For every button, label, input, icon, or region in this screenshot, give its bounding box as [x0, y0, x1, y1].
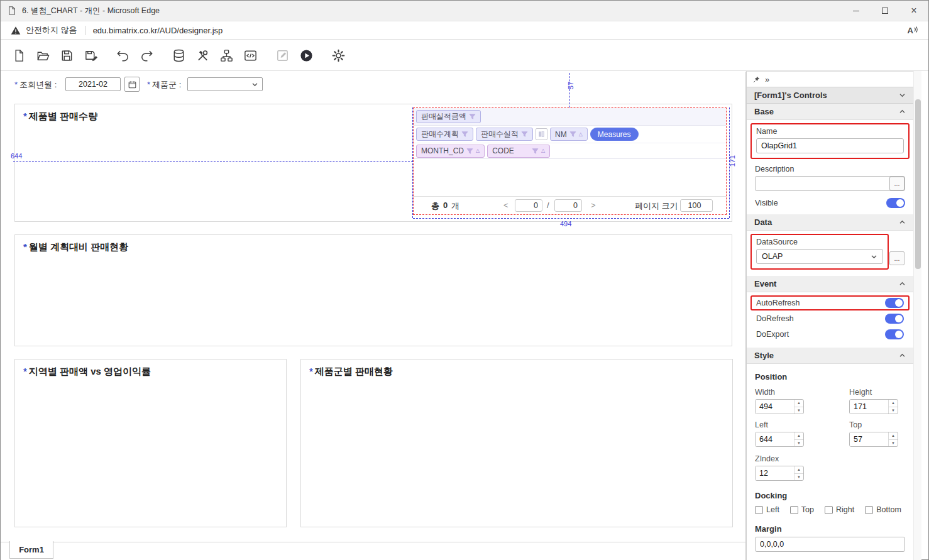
visible-toggle[interactable] [886, 198, 905, 208]
spinner-down-icon[interactable]: ▼ [794, 473, 803, 481]
spinner-up-icon[interactable]: ▲ [889, 432, 898, 439]
guide-line-bottom [413, 218, 729, 219]
section-style-body: Position Width Height ▲▼ ▲▼ Left Top ▲▼ [747, 364, 913, 558]
olapgrid-widget[interactable]: 판매실적금액 판매수계획 판매수실적 NM [413, 107, 727, 215]
autorefresh-toggle[interactable] [885, 298, 904, 308]
tab-form1[interactable]: Form1 [9, 541, 53, 559]
properties-scrollbar[interactable] [913, 71, 921, 560]
date-input[interactable] [65, 77, 121, 91]
datasource-value: OLAP [762, 252, 783, 261]
margin-input[interactable] [755, 537, 905, 552]
total-page-input[interactable] [554, 199, 582, 212]
spinner-up-icon[interactable]: ▲ [794, 400, 803, 407]
hierarchy-icon [219, 48, 234, 63]
save-as-button[interactable] [81, 46, 100, 65]
funnel-icon[interactable] [532, 148, 539, 155]
redo-button[interactable] [137, 46, 156, 65]
tab-strip-divider [1, 542, 745, 542]
section-event-header[interactable]: Event [747, 276, 913, 292]
column-pill[interactable]: 판매수계획 [416, 128, 473, 141]
dock-top-option[interactable]: Top [790, 505, 814, 514]
sort-icon[interactable]: △ [579, 132, 583, 137]
spinner-up-icon[interactable]: ▲ [794, 466, 803, 473]
pin-button[interactable] [752, 75, 761, 84]
prev-page-button[interactable]: < [503, 200, 508, 210]
spinner-up-icon[interactable]: ▲ [889, 400, 898, 407]
spinner-up-icon[interactable]: ▲ [794, 432, 803, 439]
funnel-icon[interactable] [521, 131, 528, 138]
spinner-down-icon[interactable]: ▼ [794, 439, 803, 447]
sort-icon[interactable]: △ [541, 148, 545, 153]
next-page-button[interactable]: > [591, 200, 596, 210]
spinner-down-icon[interactable]: ▼ [889, 439, 898, 447]
description-input[interactable] [755, 176, 905, 191]
edit-button[interactable] [273, 46, 292, 65]
maximize-button[interactable] [871, 1, 899, 21]
total-prefix: 총 [431, 200, 439, 212]
section-title: Style [754, 351, 774, 360]
funnel-icon[interactable] [469, 113, 476, 120]
chevron-up-icon [899, 109, 906, 114]
read-aloud-button[interactable]: A [908, 26, 918, 35]
doexport-toggle[interactable] [885, 329, 904, 339]
url-field[interactable]: edu.bimatrix.co.kr/AUD/designer.jsp [93, 26, 223, 35]
spinner-down-icon[interactable]: ▼ [794, 407, 803, 414]
datasource-button[interactable] [169, 46, 188, 65]
funnel-icon[interactable] [466, 148, 473, 155]
sort-icon[interactable]: △ [476, 148, 480, 153]
zindex-input[interactable] [756, 466, 794, 480]
dock-right-option[interactable]: Right [825, 505, 854, 514]
section-style-header[interactable]: Style [747, 348, 913, 364]
dock-bottom-option[interactable]: Bottom [865, 505, 901, 514]
datasource-select[interactable]: OLAP [756, 249, 883, 264]
pivot-swap-button[interactable] [536, 128, 547, 140]
minimize-button[interactable] [842, 1, 871, 21]
undo-button[interactable] [113, 46, 132, 65]
dock-left-option[interactable]: Left [755, 505, 779, 514]
tools-icon [195, 48, 210, 63]
run-button[interactable] [297, 46, 316, 65]
code-button[interactable] [241, 46, 260, 65]
open-button[interactable] [33, 46, 52, 65]
page-size-label: 페이지 크기 [635, 200, 678, 212]
column-pill[interactable]: 판매수실적 [476, 128, 533, 141]
row-pill[interactable]: CODE △ [487, 145, 550, 158]
dorefresh-toggle[interactable] [885, 314, 904, 324]
page-size-input[interactable] [680, 199, 713, 212]
design-canvas[interactable]: *조회년월 : *제품군 : *제품별 판매수량 *월별 계획대비 판매현황 *… [1, 72, 746, 560]
close-button[interactable]: × [899, 1, 928, 21]
description-more-button[interactable]: ... [889, 177, 904, 190]
scrollbar-thumb[interactable] [915, 99, 921, 269]
new-file-button[interactable] [9, 46, 28, 65]
docking-label: Docking [755, 491, 905, 500]
section-data-header[interactable]: Data [747, 214, 913, 231]
height-input[interactable] [850, 400, 888, 414]
nm-pill[interactable]: NM △ [550, 128, 588, 141]
width-input[interactable] [756, 400, 794, 414]
row-pill[interactable]: MONTH_CD △ [416, 145, 485, 158]
funnel-icon[interactable] [461, 131, 468, 138]
datasource-more-button[interactable]: ... [889, 251, 904, 265]
olap-grid-footer: 총 0 개 < / > 페이지 크기 [414, 196, 726, 214]
left-input[interactable] [756, 432, 794, 446]
top-input[interactable] [850, 432, 888, 446]
hierarchy-button[interactable] [217, 46, 236, 65]
settings-button[interactable] [329, 46, 348, 65]
funnel-icon[interactable] [569, 131, 576, 138]
olap-grid-body [414, 159, 726, 196]
site-security-button[interactable]: 안전하지 않음 [11, 25, 77, 36]
save-button[interactable] [57, 46, 76, 65]
current-page-input[interactable] [515, 199, 542, 212]
edit-icon [275, 48, 290, 63]
controls-header[interactable]: [Form1]'s Controls [747, 87, 913, 104]
section-base-header[interactable]: Base [747, 104, 913, 120]
calendar-button[interactable] [124, 77, 140, 92]
category-select[interactable] [187, 77, 263, 91]
measures-pill[interactable]: Measures [590, 128, 639, 141]
filter-pill[interactable]: 판매실적금액 [416, 110, 481, 123]
expand-panel-button[interactable]: » [765, 75, 769, 84]
name-input[interactable] [756, 138, 904, 153]
tools-button[interactable] [193, 46, 212, 65]
spinner-down-icon[interactable]: ▼ [889, 407, 898, 414]
settings-icon [331, 48, 346, 63]
